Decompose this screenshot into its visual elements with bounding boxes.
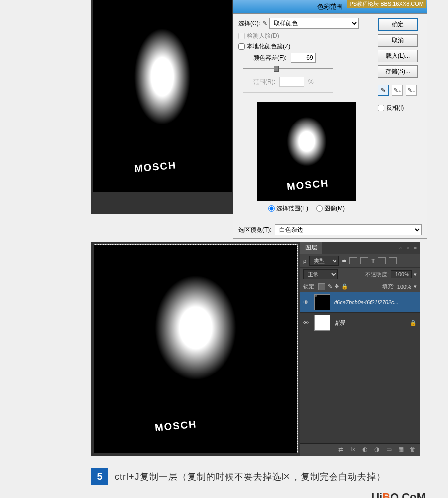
logo: UiBQ.CoM <box>0 491 426 498</box>
filter-smart-icon[interactable] <box>389 257 397 264</box>
chevron-icon: ≑ <box>342 258 346 264</box>
visibility-icon[interactable]: 👁 <box>303 320 310 326</box>
panel-menu-icon[interactable]: ≡ <box>414 245 417 251</box>
chevron-down-icon[interactable]: ▾ <box>414 283 417 290</box>
selection-preview-dropdown[interactable]: 白色杂边 <box>275 224 422 235</box>
chevron-left-icon[interactable]: « <box>399 245 402 251</box>
lock-transparent-icon[interactable] <box>318 283 325 290</box>
selection-preview-label: 选区预览(T): <box>238 226 272 234</box>
opacity-label: 不透明度: <box>365 271 389 278</box>
lock-icon: 🔒 <box>410 320 417 326</box>
load-button[interactable]: 载入(L)... <box>378 50 418 62</box>
filter-adjust-icon[interactable] <box>360 257 368 264</box>
range-unit: % <box>308 78 314 85</box>
layer-thumbnail[interactable] <box>314 294 330 310</box>
select-label: 选择(C): <box>238 19 260 28</box>
step-text: ctrl+J复制一层（复制的时候不要去掉选区，复制完会自动去掉） <box>115 468 425 486</box>
watermark: PS教程论坛 BBS.16XX8.COM <box>347 0 426 8</box>
trash-icon[interactable]: 🗑 <box>409 446 417 454</box>
close-icon[interactable]: × <box>406 245 409 251</box>
range-slider <box>243 88 333 98</box>
layer-fx-icon[interactable]: fx <box>349 446 357 454</box>
lock-brush-icon[interactable]: ✎ <box>328 283 332 290</box>
save-button[interactable]: 存储(S)... <box>378 65 418 78</box>
fill-label: 填充: <box>382 283 395 290</box>
layers-tab[interactable]: 图层 <box>300 242 322 254</box>
layer-thumbnail[interactable] <box>314 315 330 331</box>
layer-name[interactable]: 背景 <box>334 319 406 327</box>
blend-mode-dropdown[interactable]: 正常 <box>303 269 338 279</box>
selection-preview <box>257 102 356 201</box>
fuzziness-input[interactable] <box>291 53 316 63</box>
layers-panel: 图层 « × ≡ ρ 类型 ≑ T 正常 不透明度: 100% ▾ 锁定: <box>300 242 420 456</box>
filter-shape-icon[interactable] <box>378 257 386 264</box>
eyedropper-icon[interactable]: ✎ <box>378 85 389 96</box>
step-number: 5 <box>91 468 108 485</box>
invert-checkbox[interactable] <box>378 105 384 111</box>
lock-move-icon[interactable]: ✥ <box>335 283 339 290</box>
adjustment-layer-icon[interactable]: ◑ <box>373 446 381 454</box>
lock-all-icon[interactable]: 🔒 <box>341 283 348 290</box>
layer-item[interactable]: 👁 d6ca7bcb0a46f21f2702c... <box>300 292 420 313</box>
lock-label: 锁定: <box>303 283 316 290</box>
eyedropper-add-icon[interactable]: ✎₊ <box>392 85 403 96</box>
document-preview-left <box>91 0 233 214</box>
layer-name[interactable]: d6ca7bcb0a46f21f2702c... <box>334 299 417 305</box>
fuzziness-slider[interactable] <box>243 64 333 74</box>
cancel-button[interactable]: 取消 <box>378 34 418 47</box>
invert-label: 反相(I) <box>386 104 404 112</box>
group-icon[interactable]: ▭ <box>385 446 393 454</box>
select-dropdown[interactable]: 取样颜色 <box>269 18 359 29</box>
layer-list: 👁 d6ca7bcb0a46f21f2702c... 👁 背景 🔒 <box>300 292 420 443</box>
detect-faces-label: 检测人脸(D) <box>247 32 279 40</box>
layer-mask-icon[interactable]: ◐ <box>361 446 369 454</box>
opacity-value[interactable]: 100% <box>391 270 412 278</box>
eyedropper-sub-icon[interactable]: ✎₋ <box>406 85 417 96</box>
ok-button[interactable]: 确定 <box>378 18 418 31</box>
filter-pixel-icon[interactable] <box>349 257 357 264</box>
detect-faces-checkbox <box>238 33 245 39</box>
color-range-dialog: 色彩范围 选择(C): ✎ 取样颜色 检测人脸(D) 本地化颜色簇(Z) <box>233 0 427 239</box>
localized-checkbox[interactable] <box>238 43 245 50</box>
fill-value[interactable]: 100% <box>397 284 411 290</box>
chevron-down-icon[interactable]: ▾ <box>414 271 417 278</box>
radio-selection[interactable]: 选择范围(E) <box>268 204 308 213</box>
new-layer-icon[interactable]: ▦ <box>397 446 405 454</box>
filter-type-dropdown[interactable]: 类型 <box>309 256 339 266</box>
eyedropper-icon: ✎ <box>262 20 267 27</box>
portrait-image <box>93 0 232 192</box>
document-canvas[interactable] <box>91 242 300 456</box>
fuzziness-label: 颜色容差(F): <box>253 54 287 62</box>
link-layers-icon[interactable]: ⇄ <box>337 446 345 454</box>
filter-type-icon[interactable]: T <box>371 258 375 264</box>
radio-image[interactable]: 图像(M) <box>316 204 345 213</box>
portrait-image <box>94 245 297 453</box>
range-input <box>279 77 304 87</box>
localized-label: 本地化颜色簇(Z) <box>247 42 290 51</box>
visibility-icon[interactable]: 👁 <box>303 299 310 305</box>
range-label: 范围(R): <box>253 78 275 86</box>
layer-item[interactable]: 👁 背景 🔒 <box>300 313 420 333</box>
